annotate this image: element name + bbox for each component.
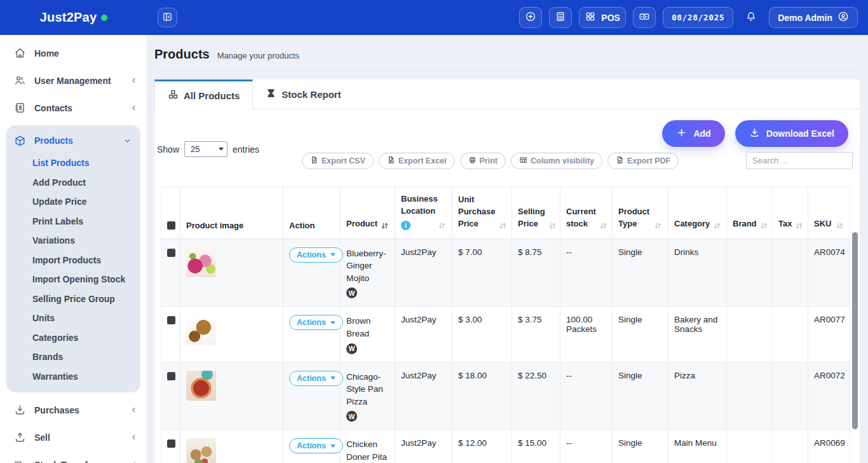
date-button[interactable]: 08/28/2025 [663, 7, 733, 28]
sort-icon [548, 221, 557, 230]
print-button[interactable]: Print [460, 153, 506, 169]
product-thumbnail[interactable] [186, 315, 216, 345]
product-thumbnail[interactable] [186, 247, 216, 277]
file-csv-icon [310, 156, 318, 166]
product-name: Chicago-Style Pan Pizza [346, 371, 390, 408]
sort-icon [712, 221, 722, 230]
cell-product: Chicken Doner Pita with HummusW [341, 430, 395, 463]
column-label: Brand [733, 218, 757, 230]
cell-location: Just2Pay [395, 238, 452, 307]
page-size-select[interactable]: 25 [184, 141, 227, 157]
calculator-button[interactable] [549, 7, 572, 28]
sidebar-item-products[interactable]: Products [6, 128, 140, 153]
columns-icon [519, 156, 527, 166]
info-icon[interactable]: i [401, 221, 410, 230]
sidebar-subitem-import-products[interactable]: Import Products [6, 251, 140, 270]
cell-tax [773, 362, 808, 430]
sidebar-item-stock-transfers[interactable]: Stock Transfers [0, 451, 147, 463]
stock-transfers-icon [14, 459, 26, 463]
actions-button[interactable]: Actions [289, 247, 343, 263]
column-header-category[interactable]: Category [668, 187, 727, 239]
table-scrollbar[interactable] [852, 232, 858, 429]
column-header-tax[interactable]: Tax [773, 187, 808, 239]
product-thumbnail[interactable] [186, 371, 216, 401]
row-checkbox[interactable] [167, 372, 175, 380]
export-csv-button[interactable]: Export CSV [302, 153, 374, 169]
sidebar-subitem-warranties[interactable]: Warranties [6, 367, 140, 387]
search-input[interactable] [746, 152, 853, 169]
cell-purchase_price: $ 18.00 [452, 362, 512, 430]
column-header-image: Product image [180, 187, 283, 239]
sidebar-subitem-update-price[interactable]: Update Price [6, 192, 140, 212]
cell-tax [773, 238, 808, 307]
cell-check [161, 238, 180, 307]
sidebar-item-home[interactable]: Home [0, 39, 147, 67]
cell-brand [727, 238, 773, 307]
sidebar-subitem-categories[interactable]: Categories [6, 328, 140, 348]
sidebar-subitem-add-product[interactable]: Add Product [6, 173, 140, 193]
actions-button[interactable]: Actions [289, 315, 343, 330]
row-checkbox[interactable] [167, 316, 175, 324]
cell-sku: AR0077 [808, 307, 850, 362]
column-header-sku[interactable]: SKU [808, 187, 850, 239]
tab-label: All Products [184, 90, 240, 101]
sidebar-subitem-selling-price-group[interactable]: Selling Price Group [6, 289, 140, 309]
export-excel-button[interactable]: Export Excel [379, 153, 455, 169]
tab-all-products[interactable]: All Products [154, 79, 253, 109]
column-header-selling_price[interactable]: Selling Price [512, 187, 560, 239]
cell-purchase_price: $ 12.00 [452, 430, 512, 463]
quick-add-button[interactable] [519, 7, 542, 28]
cell-category: Bakery and Snacks [668, 307, 727, 362]
sidebar-item-user-management[interactable]: User Management [0, 67, 147, 94]
sidebar-subitem-import-opening-stock[interactable]: Import Opening Stock [6, 270, 140, 289]
user-menu-button[interactable]: Demo Admin [769, 7, 858, 28]
add-button[interactable]: Add [662, 120, 724, 147]
sidebar-item-label: Home [34, 48, 59, 59]
cell-check [161, 430, 180, 463]
export-pdf-button[interactable]: Export PDF [607, 153, 679, 169]
column-header-stock[interactable]: Current stock [560, 187, 613, 239]
sidebar-item-purchases[interactable]: Purchases [0, 396, 147, 424]
column-header-location[interactable]: Business Location i [395, 187, 452, 239]
sidebar-subitem-list-products[interactable]: List Products [6, 153, 140, 173]
sort-icon [759, 221, 769, 230]
add-label: Add [693, 128, 710, 139]
column-header-purchase_price[interactable]: Unit Purchase Price [452, 187, 512, 239]
sidebar-subitem-variations[interactable]: Variations [6, 231, 140, 251]
row-checkbox[interactable] [167, 249, 175, 257]
sort-icon [498, 221, 508, 230]
wordpress-icon[interactable]: W [346, 411, 357, 422]
tab-stock-report[interactable]: Stock Report [253, 79, 353, 109]
product-thumbnail[interactable] [186, 438, 216, 463]
pos-button[interactable]: POS [579, 7, 626, 28]
actions-button[interactable]: Actions [289, 371, 343, 386]
row-checkbox[interactable] [167, 439, 175, 448]
select-all-checkbox[interactable] [167, 221, 175, 230]
products-card: All Products Stock Report Show 25 entrie… [154, 79, 860, 463]
column-visibility-button[interactable]: Column visibility [511, 153, 602, 169]
cell-selling_price: $ 8.75 [512, 238, 560, 307]
brand[interactable]: Just2Pay [0, 0, 147, 35]
wordpress-icon[interactable]: W [346, 287, 357, 298]
product-name: Brown Bread [346, 315, 390, 340]
download-icon [749, 127, 760, 140]
column-header-type[interactable]: Product Type [613, 187, 668, 239]
show-label: Show [157, 144, 179, 155]
actions-label: Actions [297, 318, 326, 327]
column-header-brand[interactable]: Brand [727, 187, 773, 239]
sidebar-item-contacts[interactable]: Contacts [0, 94, 147, 121]
cash-register-button[interactable] [633, 7, 656, 28]
sidebar-item-label: Stock Transfers [34, 460, 101, 463]
actions-button[interactable]: Actions [289, 438, 343, 453]
column-header-product[interactable]: Product [341, 187, 395, 239]
sidebar-toggle-button[interactable] [158, 8, 177, 27]
notifications-button[interactable] [740, 7, 762, 28]
purchases-icon [14, 404, 26, 416]
wordpress-icon[interactable]: W [346, 343, 357, 354]
sidebar-subitem-print-labels[interactable]: Print Labels [6, 212, 140, 232]
sidebar-item-sell[interactable]: Sell [0, 424, 147, 451]
user-management-icon [14, 74, 26, 86]
download-excel-button[interactable]: Download Excel [735, 120, 848, 147]
sidebar-subitem-units[interactable]: Units [6, 308, 140, 328]
sidebar-subitem-brands[interactable]: Brands [6, 347, 140, 367]
